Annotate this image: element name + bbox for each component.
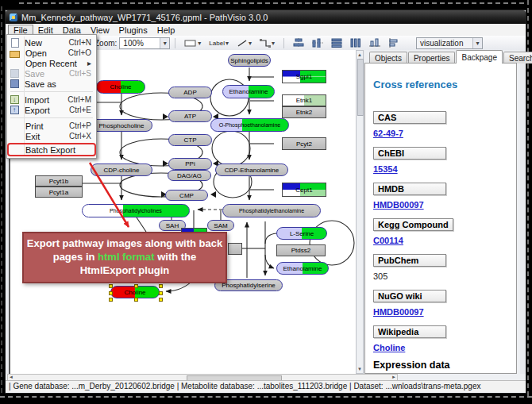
canvas-vertical-scrollbar[interactable]: ▲ ▼ bbox=[356, 50, 364, 374]
pathway-node-cept1[interactable]: Cept1 bbox=[282, 183, 326, 197]
pathway-node-sphingolipids[interactable]: Sphingolipids bbox=[228, 54, 271, 67]
scroll-left-icon[interactable]: ◄ bbox=[8, 375, 14, 380]
pathway-node-ptdss2[interactable]: Ptdss2 bbox=[276, 244, 326, 256]
selection-handle[interactable] bbox=[159, 291, 163, 295]
chevron-down-icon[interactable]: ▾ bbox=[472, 38, 482, 48]
menu-plugins[interactable]: Plugins bbox=[114, 25, 152, 36]
xref-link-kegg-compound[interactable]: C00114 bbox=[373, 236, 516, 245]
pathway-node-choline[interactable]: Choline bbox=[96, 80, 145, 94]
annotation-callout: Export pathway images along with back pa… bbox=[22, 232, 227, 283]
align-left-button[interactable] bbox=[386, 37, 402, 49]
pathway-node-cmp[interactable]: CMP bbox=[165, 190, 208, 201]
xref-section-cas: CAS62-49-7 bbox=[373, 110, 516, 138]
xref-link-hmdb[interactable]: HMDB00097 bbox=[373, 200, 516, 210]
expression-data-heading: Expression data bbox=[373, 360, 516, 371]
toolbar-separator bbox=[175, 38, 175, 48]
chevron-down-icon[interactable]: ▾ bbox=[272, 40, 275, 47]
scroll-right-icon[interactable]: ► bbox=[391, 375, 397, 380]
pathway-node-phosphatidylcholines[interactable]: Phosphatidylcholines bbox=[82, 204, 190, 217]
selection-handle[interactable] bbox=[134, 298, 138, 302]
file-menu-item-save[interactable]: SaveCtrl+S bbox=[8, 68, 95, 79]
pathway-node-pcyt1b[interactable]: Pcyt1b bbox=[35, 175, 83, 187]
pathway-node-atp[interactable]: ATP bbox=[168, 110, 212, 122]
connector-tool-button[interactable]: ▾ bbox=[257, 37, 277, 49]
file-menu-item-save-as[interactable]: Save as bbox=[8, 79, 95, 89]
distribute-vertical-button[interactable] bbox=[348, 37, 364, 49]
export-icon bbox=[10, 106, 19, 114]
tab-properties[interactable]: Properties bbox=[408, 52, 456, 63]
file-menu-item-export[interactable]: ExportCtrl+E bbox=[8, 105, 95, 115]
tab-objects[interactable]: Objects bbox=[369, 52, 407, 63]
pathway-node-phosphocholine[interactable]: Phosphocholine bbox=[91, 119, 152, 132]
file-menu-item-print[interactable]: PrintCtrl+P bbox=[8, 121, 95, 131]
pathway-node-l-serine[interactable]: L-Serine bbox=[276, 227, 327, 240]
file-menu-item-open[interactable]: OpenCtrl+O bbox=[8, 48, 95, 58]
zoom-combobox[interactable]: 100% ▾ bbox=[119, 37, 170, 49]
chevron-down-icon[interactable]: ▾ bbox=[198, 40, 201, 47]
xref-link-cas[interactable]: 62-49-7 bbox=[373, 129, 516, 138]
chevron-down-icon[interactable]: ▾ bbox=[160, 38, 169, 48]
pathway-node-ppi[interactable]: PPi bbox=[168, 158, 212, 170]
align-middle-button[interactable] bbox=[310, 37, 326, 49]
pathway-node[interactable] bbox=[228, 243, 242, 255]
pathway-node-phosphatidylethanolamine[interactable]: Phosphatidylethanolamine bbox=[222, 204, 321, 217]
align-center-icon bbox=[293, 38, 304, 48]
line-tool-button[interactable]: ▾ bbox=[234, 37, 254, 49]
align-center-button[interactable] bbox=[291, 37, 306, 49]
pathway-node-dag-ag[interactable]: DAG/AG bbox=[168, 170, 211, 181]
pathway-node-ctp[interactable]: CTP bbox=[168, 134, 212, 146]
xref-link-chebi[interactable]: 15354 bbox=[373, 164, 516, 174]
pathway-node-sam[interactable]: SAM bbox=[207, 220, 234, 231]
pathway-node-pcyt2[interactable]: Pcyt2 bbox=[282, 137, 326, 150]
titlebar[interactable]: Mm_Kennedy_pathway_WP1771_45176.gpml - P… bbox=[6, 10, 526, 24]
tab-backpage[interactable]: Backpage bbox=[456, 50, 502, 63]
cross-references-heading: Cross references bbox=[373, 79, 516, 90]
node-label: Sgpl1 bbox=[296, 73, 312, 80]
scroll-up-icon[interactable]: ▲ bbox=[357, 52, 363, 58]
slide-dashed-border-top bbox=[19, 2, 524, 4]
xref-link-wikipedia[interactable]: Choline bbox=[373, 343, 516, 352]
selection-handle[interactable] bbox=[109, 298, 113, 302]
vertical-scroll-thumb[interactable] bbox=[357, 59, 364, 116]
file-menu-item-new[interactable]: NewCtrl+N bbox=[8, 37, 95, 48]
pathway-node-adp[interactable]: ADP bbox=[168, 87, 212, 98]
selection-handle[interactable] bbox=[109, 284, 113, 288]
pathway-node-cdp-choline[interactable]: CDP-choline bbox=[91, 164, 152, 176]
selection-handle[interactable] bbox=[134, 284, 138, 288]
scroll-down-icon[interactable]: ▼ bbox=[357, 366, 363, 372]
menu-icon-placeholder bbox=[10, 59, 20, 67]
gene-tool-button[interactable]: ▾ bbox=[182, 37, 203, 49]
distribute-horizontal-button[interactable] bbox=[329, 37, 345, 49]
xref-link-nugo-wiki[interactable]: HMDB00097 bbox=[373, 307, 516, 317]
file-menu-item-open-recent[interactable]: Open Recent▸ bbox=[8, 58, 95, 68]
menu-help[interactable]: Help bbox=[152, 25, 180, 36]
pathway-node-ethanolamine[interactable]: Ethanolamine bbox=[276, 262, 329, 275]
file-menu-item-batch-export[interactable]: Batch Export bbox=[8, 144, 95, 156]
pathway-node-sgpl1[interactable]: Sgpl1 bbox=[282, 70, 326, 83]
file-menu-item-import[interactable]: ImportCtrl+M bbox=[8, 94, 95, 105]
node-label: Pcyt1b bbox=[49, 178, 68, 185]
visualization-combobox[interactable]: visualization ▾ bbox=[416, 37, 483, 49]
label-tool-button[interactable]: Label ▾ bbox=[206, 38, 231, 48]
pathway-node-cdp-ethanolamine[interactable]: CDP-Ethanolamine bbox=[215, 164, 288, 176]
pathway-node-ethanolamine[interactable]: Ethanolamine bbox=[222, 85, 275, 98]
pathway-node-pcyt1a[interactable]: Pcyt1a bbox=[35, 187, 83, 198]
pathway-node-choline[interactable]: Choline bbox=[110, 286, 160, 298]
selection-handle[interactable] bbox=[159, 284, 163, 288]
chevron-down-icon[interactable]: ▾ bbox=[226, 40, 229, 47]
xref-section-nugo-wiki: NuGO wikiHMDB00097 bbox=[373, 288, 516, 317]
file-menu-item-exit[interactable]: ExitCtrl+X bbox=[8, 131, 95, 141]
selection-handle[interactable] bbox=[109, 291, 113, 295]
selection-handle[interactable] bbox=[159, 298, 163, 302]
pathway-node-etnk1[interactable]: Etnk1 bbox=[282, 94, 326, 106]
pathway-node-etnk2[interactable]: Etnk2 bbox=[282, 106, 326, 118]
xref-header-kegg-compound: Kegg Compound bbox=[373, 218, 453, 231]
tab-search[interactable]: Search bbox=[503, 52, 532, 63]
menu-item-label: Batch Export bbox=[25, 145, 88, 155]
align-bottom-button[interactable] bbox=[367, 37, 383, 49]
xref-section-pubchem: PubChem305 bbox=[373, 252, 516, 281]
pathway-node-o-phosphoethanolamine[interactable]: O-Phosphoethanolamine bbox=[210, 118, 289, 132]
menu-icon-placeholder bbox=[10, 121, 20, 130]
chevron-down-icon[interactable]: ▾ bbox=[249, 40, 252, 47]
node-label: L-Serine bbox=[290, 230, 314, 237]
